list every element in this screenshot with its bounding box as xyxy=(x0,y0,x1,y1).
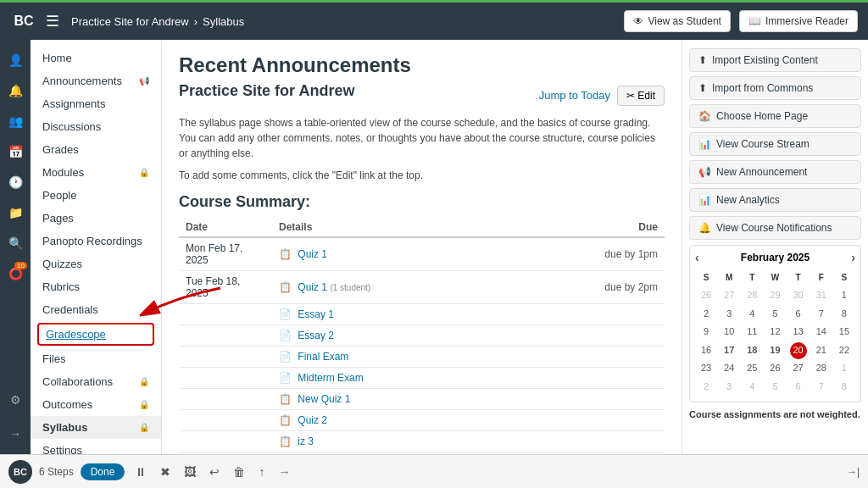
sidebar-item-modules[interactable]: Modules 🔒 xyxy=(31,161,161,184)
calendar-day[interactable]: 12 xyxy=(764,323,786,341)
sidebar-item-syllabus[interactable]: Syllabus 🔒 xyxy=(31,416,161,439)
menu-icon[interactable]: ☰ xyxy=(46,12,59,30)
item-link[interactable]: Essay 2 xyxy=(298,330,334,341)
calendar-day[interactable]: 28 xyxy=(741,286,763,305)
sidebar-item-credentials[interactable]: Credentials xyxy=(31,298,161,321)
new-announcement-button[interactable]: 📢 New Announcement xyxy=(689,160,861,184)
calendar-day[interactable]: 4 xyxy=(741,305,763,324)
calendar-day[interactable]: 31 xyxy=(810,286,832,305)
calendar-day[interactable]: 7 xyxy=(810,378,832,396)
item-link[interactable]: Midterm Exam xyxy=(298,372,363,384)
calendar-day[interactable]: 7 xyxy=(810,305,832,324)
calendar-day[interactable]: 20 xyxy=(790,342,807,359)
import-existing-button[interactable]: ⬆ Import Existing Content xyxy=(689,48,861,72)
collapse-icon[interactable]: → xyxy=(2,420,29,447)
calendar-day[interactable]: 2 xyxy=(695,305,717,324)
view-stream-button[interactable]: 📊 View Course Stream xyxy=(689,132,861,156)
calendar-day[interactable]: 17 xyxy=(718,341,740,360)
calendar-day[interactable]: 21 xyxy=(810,341,832,360)
calendar-day[interactable]: 16 xyxy=(695,341,717,360)
item-link[interactable]: Quiz 1 xyxy=(298,281,327,293)
calendar-day[interactable]: 1 xyxy=(833,359,855,378)
prev-month-button[interactable]: ‹ xyxy=(695,251,699,264)
import-commons-button[interactable]: ⬆ Import from Commons xyxy=(689,76,861,100)
calendar-day[interactable]: 26 xyxy=(764,359,786,378)
calendar-day[interactable]: 27 xyxy=(718,286,740,305)
folder-icon[interactable]: 📁 xyxy=(2,199,29,226)
jump-today-link[interactable]: Jump to Today xyxy=(539,89,610,102)
view-as-student-button[interactable]: 👁 View as Student xyxy=(624,10,731,32)
alert-icon[interactable]: 🔔 xyxy=(2,77,29,104)
search-icon[interactable]: 🔍 xyxy=(2,230,29,257)
settings-icon[interactable]: ⚙ xyxy=(2,386,29,413)
calendar-icon[interactable]: 📅 xyxy=(2,138,29,165)
view-notifications-button[interactable]: 🔔 View Course Notifications xyxy=(689,216,861,240)
sidebar-item-collaborations[interactable]: Collaborations 🔒 xyxy=(31,370,161,393)
sidebar-item-assignments[interactable]: Assignments xyxy=(31,92,161,115)
calendar-day[interactable]: 3 xyxy=(718,378,740,396)
sidebar-item-settings[interactable]: Settings xyxy=(31,439,161,454)
calendar-day[interactable]: 15 xyxy=(833,323,855,341)
sidebar-item-pages[interactable]: Pages xyxy=(31,207,161,230)
edit-button[interactable]: ✂ Edit xyxy=(617,86,665,106)
image-button[interactable]: 🖼 xyxy=(181,463,199,480)
close-button[interactable]: ✖ xyxy=(157,463,174,480)
calendar-day[interactable]: 2 xyxy=(695,378,717,396)
item-link[interactable]: Quiz 1 xyxy=(298,248,327,260)
calendar-day[interactable]: 27 xyxy=(787,359,810,378)
calendar-day[interactable]: 25 xyxy=(741,359,763,378)
sidebar-item-rubrics[interactable]: Rubrics xyxy=(31,275,161,298)
calendar-day[interactable]: 24 xyxy=(718,359,740,378)
sidebar-item-home[interactable]: Home xyxy=(31,47,161,69)
calendar-day[interactable]: 1 xyxy=(833,286,855,305)
calendar-day[interactable]: 18 xyxy=(741,341,763,360)
item-link[interactable]: Quiz 2 xyxy=(298,414,327,426)
calendar-day[interactable]: 13 xyxy=(787,323,810,341)
calendar-day[interactable]: 4 xyxy=(741,378,763,396)
sidebar-item-panopto[interactable]: Panopto Recordings xyxy=(31,230,161,252)
calendar-day[interactable]: 10 xyxy=(718,323,740,341)
calendar-day[interactable]: 9 xyxy=(695,323,717,341)
item-link[interactable]: Essay 1 xyxy=(298,308,334,320)
expand-button[interactable]: →| xyxy=(847,466,860,478)
sidebar-item-announcements[interactable]: Announcements 📢 xyxy=(31,69,161,92)
calendar-day[interactable]: 8 xyxy=(833,378,855,396)
calendar-day[interactable]: 6 xyxy=(787,378,810,396)
calendar-day[interactable]: 6 xyxy=(787,305,810,324)
calendar-day[interactable]: 29 xyxy=(764,286,786,305)
item-link[interactable]: iz 3 xyxy=(298,435,314,447)
item-link[interactable]: New Quiz 1 xyxy=(298,393,350,405)
breadcrumb-site-link[interactable]: Practice Site for Andrew xyxy=(71,15,189,28)
calendar-day[interactable]: 5 xyxy=(764,305,786,324)
next-month-button[interactable]: › xyxy=(851,251,855,264)
sidebar-item-files[interactable]: Files xyxy=(31,347,161,370)
sidebar-item-outcomes[interactable]: Outcomes 🔒 xyxy=(31,393,161,416)
badge-icon[interactable]: ⭕ 10 xyxy=(2,260,29,287)
calendar-day[interactable]: 8 xyxy=(833,305,855,324)
calendar-day[interactable]: 3 xyxy=(718,305,740,324)
undo-button[interactable]: ↩ xyxy=(206,463,223,480)
choose-home-button[interactable]: 🏠 Choose Home Page xyxy=(689,104,861,128)
sidebar-item-gradescope[interactable]: Gradescope xyxy=(37,323,154,346)
people-global-icon[interactable]: 👥 xyxy=(2,108,29,135)
new-analytics-button[interactable]: 📊 New Analytics xyxy=(689,188,861,212)
immersive-reader-button[interactable]: 📖 Immersive Reader xyxy=(739,10,858,32)
calendar-day[interactable]: 23 xyxy=(695,359,717,378)
calendar-day[interactable]: 5 xyxy=(764,378,786,396)
calendar-day[interactable]: 14 xyxy=(810,323,832,341)
sidebar-item-quizzes[interactable]: Quizzes xyxy=(31,252,161,275)
sidebar-item-grades[interactable]: Grades xyxy=(31,138,161,161)
sidebar-item-people[interactable]: People xyxy=(31,184,161,207)
done-button[interactable]: Done xyxy=(81,463,125,480)
item-link[interactable]: Final Exam xyxy=(298,351,348,363)
sidebar-item-discussions[interactable]: Discussions xyxy=(31,115,161,138)
clock-icon[interactable]: 🕐 xyxy=(2,169,29,196)
calendar-day[interactable]: 26 xyxy=(695,286,717,305)
calendar-day[interactable]: 28 xyxy=(810,359,832,378)
pause-button[interactable]: ⏸ xyxy=(131,463,150,480)
calendar-day[interactable]: 19 xyxy=(764,341,786,360)
forward-button[interactable]: → xyxy=(275,463,293,480)
calendar-day[interactable]: 11 xyxy=(741,323,763,341)
delete-button[interactable]: 🗑 xyxy=(230,463,248,480)
calendar-day[interactable]: 22 xyxy=(833,341,855,360)
